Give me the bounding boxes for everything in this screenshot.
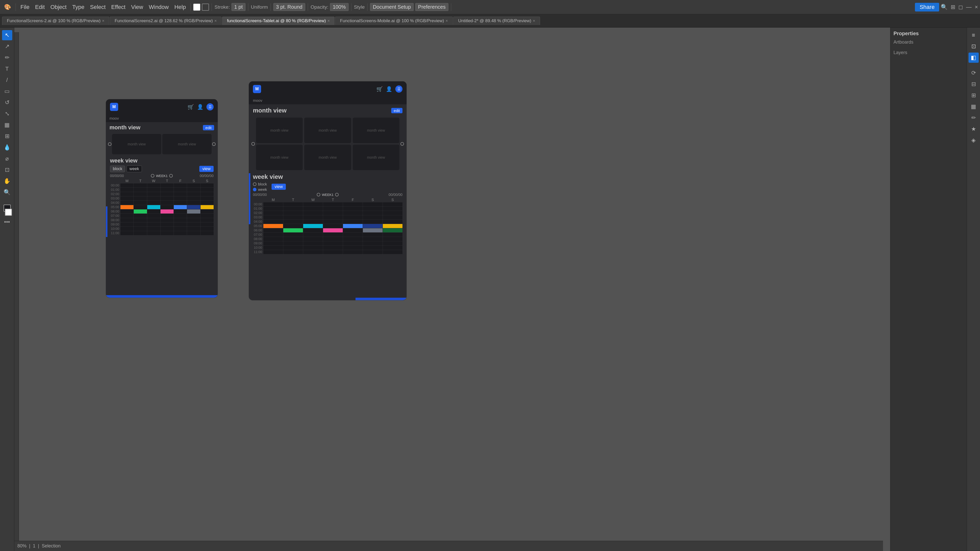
stroke-weight[interactable]: 1 pt [231, 3, 245, 11]
swatches-icon[interactable]: ▦ [969, 102, 979, 112]
zoom-tool[interactable]: 🔍 [2, 187, 12, 197]
align-icon[interactable]: ⊟ [969, 79, 979, 89]
user-icon-large[interactable]: 👤 [386, 86, 392, 92]
large-month-cell-2[interactable]: month view [353, 118, 399, 143]
type-tool[interactable]: T [2, 64, 12, 74]
tab-0[interactable]: FunctionalScreens-2.ai @ 100 % (RGB/Prev… [2, 17, 109, 25]
tab-1-close[interactable]: × [215, 19, 217, 23]
small-cell-0500-w-cyan[interactable] [147, 205, 160, 209]
fill-color-swatch[interactable] [202, 3, 209, 11]
direct-selection-tool[interactable]: ↗ [2, 41, 12, 52]
tab-3[interactable]: FunctionalScreens-Mobile.ai @ 100 % (RGB… [335, 17, 453, 25]
menu-type[interactable]: Type [70, 3, 86, 11]
small-radio-left[interactable] [108, 142, 111, 146]
grid-icon[interactable]: ⊞ [951, 4, 955, 11]
small-cell-0000-s2[interactable] [200, 183, 213, 187]
cart-icon-small[interactable]: 🛒 [188, 104, 194, 110]
window-icon[interactable]: ◻ [958, 4, 963, 11]
large-radio-week[interactable] [253, 188, 256, 191]
small-cell-0600-s1-gray[interactable] [187, 210, 200, 213]
small-week-radio-left[interactable] [151, 174, 154, 178]
tab-2-close[interactable]: × [328, 19, 330, 23]
small-cell-0500-s2-yellow[interactable] [200, 205, 213, 209]
rotate-tool[interactable]: ↺ [2, 97, 12, 108]
large-month-cell-1[interactable]: month view [304, 118, 351, 143]
large-month-cell-4[interactable]: month view [304, 144, 351, 170]
small-cell-0000-t2[interactable] [161, 183, 173, 187]
zoom-display[interactable]: 80% [18, 543, 27, 549]
small-month-cell-1[interactable]: month view [162, 134, 212, 154]
large-month-cell-0[interactable]: month view [256, 118, 303, 143]
scale-tool[interactable]: ⤡ [2, 109, 12, 119]
small-cell-0600-t1-green[interactable] [134, 210, 147, 213]
small-cell-0000-t1[interactable] [134, 183, 147, 187]
menu-file[interactable]: File [18, 3, 32, 11]
large-month-cell-3[interactable]: month view [256, 144, 303, 170]
gradient-tool[interactable]: ▦ [2, 120, 12, 130]
menu-effect[interactable]: Effect [109, 3, 127, 11]
toolbar-app-icon[interactable]: 🎨 [2, 3, 13, 11]
tab-1[interactable]: FunctionalScreens2.ai @ 128.62 % (RGB/Pr… [110, 17, 221, 25]
tab-4[interactable]: Untitled-2* @ 89.48 % (RGB/Preview) × [453, 17, 540, 25]
small-cell-0600-t2-pink[interactable] [161, 210, 173, 213]
small-cell-0500-f-blue[interactable] [174, 205, 187, 209]
large-edit-btn[interactable]: edit [391, 108, 402, 113]
small-radio-right[interactable] [212, 142, 216, 146]
tab-4-close[interactable]: × [533, 19, 535, 23]
line-tool[interactable]: / [2, 75, 12, 85]
tab-2[interactable]: functionalScreens-Tablet.ai @ 80 % (RGB/… [222, 17, 334, 25]
menu-icon-small-active[interactable]: ☰ [207, 103, 213, 110]
mesh-tool[interactable]: ⊞ [2, 131, 12, 141]
properties-btn[interactable]: ≡ [969, 30, 979, 40]
stroke-color-swatch[interactable] [193, 3, 200, 11]
share-button[interactable]: Share [915, 3, 939, 11]
layers-section-title[interactable]: Layers [894, 49, 964, 56]
small-view-btn[interactable]: view [199, 166, 213, 172]
small-cell-0000-f[interactable] [174, 183, 187, 187]
layers-btn[interactable]: ◧ [969, 52, 979, 63]
minus-icon[interactable]: — [966, 4, 972, 11]
user-icon-small[interactable]: 👤 [197, 104, 204, 110]
menu-icon-large-active[interactable]: ☰ [395, 86, 402, 93]
small-week-radio-right[interactable] [169, 174, 173, 178]
menu-object[interactable]: Object [48, 3, 68, 11]
symbols-icon[interactable]: ★ [969, 124, 979, 134]
document-setup-btn[interactable]: Document Setup [370, 3, 414, 11]
menu-help[interactable]: Help [172, 3, 188, 11]
small-cell-0000-w[interactable] [147, 183, 160, 187]
pen-tool[interactable]: ✏ [2, 52, 12, 63]
transform-icon[interactable]: ⟳ [969, 68, 979, 78]
artboards-btn[interactable]: ⊡ [969, 41, 979, 52]
small-edit-btn[interactable]: edit [203, 125, 214, 130]
blend-tool[interactable]: ⌀ [2, 154, 12, 164]
small-cell-0500-s1-navy[interactable] [187, 205, 200, 209]
close-icon[interactable]: × [975, 4, 978, 11]
hand-tool[interactable]: ✋ [2, 176, 12, 186]
graphic-styles-icon[interactable]: ◈ [969, 135, 979, 145]
menu-window[interactable]: Window [147, 3, 171, 11]
stroke-type-btn[interactable]: 3 pt. Round [273, 3, 305, 11]
small-cell-0500-m-orange[interactable] [121, 205, 134, 209]
selection-tool[interactable]: ↖ [2, 30, 12, 40]
brushes-icon[interactable]: ✏ [969, 113, 979, 123]
tab-3-close[interactable]: × [445, 19, 448, 23]
pathfinder-icon[interactable]: ⊞ [969, 90, 979, 100]
large-week-radio-left[interactable] [317, 193, 320, 197]
large-radio-block[interactable] [253, 183, 256, 186]
opacity-value[interactable]: 100% [330, 3, 348, 11]
large-radio-left[interactable] [251, 142, 255, 146]
preferences-btn[interactable]: Preferences [415, 3, 449, 11]
rect-tool[interactable]: ▭ [2, 86, 12, 97]
eyedropper-tool[interactable]: 💧 [2, 142, 12, 152]
large-radio-right[interactable] [401, 142, 404, 146]
small-cell-0000-s1[interactable] [187, 183, 200, 187]
search-icon[interactable]: 🔍 [941, 4, 948, 11]
stroke-swatch[interactable] [5, 209, 12, 216]
small-week-btn[interactable]: week [127, 165, 142, 172]
small-block-btn[interactable]: block [110, 165, 125, 172]
large-week-radio-right[interactable] [335, 193, 339, 197]
cart-icon-large[interactable]: 🛒 [376, 86, 383, 92]
menu-view[interactable]: View [129, 3, 145, 11]
large-month-cell-5[interactable]: month view [353, 144, 399, 170]
large-view-btn[interactable]: view [272, 184, 286, 190]
